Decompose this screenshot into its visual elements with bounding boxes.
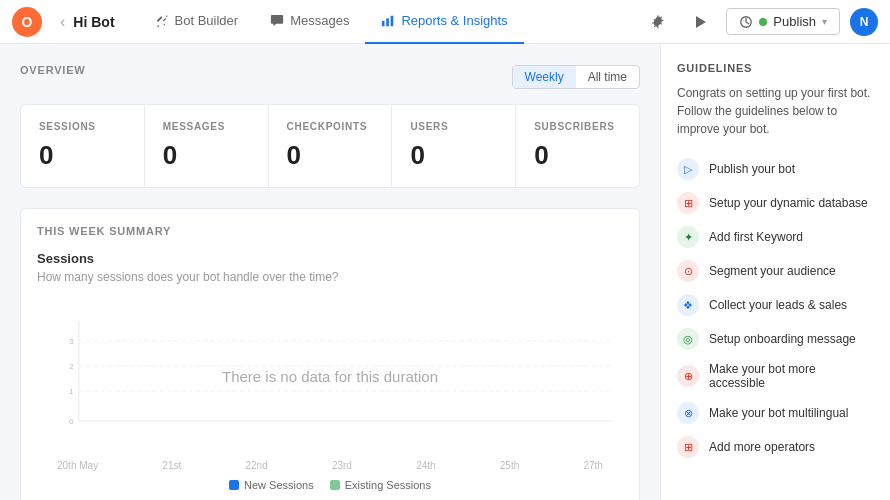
- guideline-icon-4: ❖: [677, 294, 699, 316]
- tab-messages[interactable]: Messages: [254, 0, 365, 44]
- stat-checkpoints-label: CHECKPOINTS: [287, 121, 374, 132]
- publish-status-dot: [759, 18, 767, 26]
- user-avatar[interactable]: N: [850, 8, 878, 36]
- guideline-text-0: Publish your bot: [709, 162, 795, 176]
- play-icon: [692, 14, 708, 30]
- bar-chart-icon: [381, 14, 395, 28]
- guideline-text-3: Segment your audience: [709, 264, 836, 278]
- guideline-item-4[interactable]: ❖ Collect your leads & sales: [677, 288, 874, 322]
- guideline-item-5[interactable]: ◎ Setup onboarding message: [677, 322, 874, 356]
- overview-title: OVERVIEW: [20, 64, 86, 76]
- stat-subscribers-label: SUBSCRIBERS: [534, 121, 621, 132]
- guideline-text-8: Add more operators: [709, 440, 815, 454]
- stat-users-label: USERS: [410, 121, 497, 132]
- left-panel: OVERVIEW Weekly All time SESSIONS 0 MESS…: [0, 44, 660, 500]
- x-label-3: 23rd: [332, 460, 352, 471]
- tool-icon: [155, 14, 169, 28]
- chevron-down-icon: ▾: [822, 16, 827, 27]
- x-label-0: 20th May: [57, 460, 98, 471]
- x-label-5: 25th: [500, 460, 519, 471]
- guideline-item-3[interactable]: ⊙ Segment your audience: [677, 254, 874, 288]
- guideline-item-8[interactable]: ⊞ Add more operators: [677, 430, 874, 464]
- tab-bot-builder[interactable]: Bot Builder: [139, 0, 255, 44]
- chart-legend: New Sessions Existing Sessions: [37, 479, 623, 491]
- stat-sessions-label: SESSIONS: [39, 121, 126, 132]
- svg-text:3: 3: [69, 337, 74, 346]
- x-label-2: 22nd: [245, 460, 267, 471]
- time-btn-weekly[interactable]: Weekly: [513, 66, 576, 88]
- tab-reports[interactable]: Reports & Insights: [365, 0, 523, 44]
- tab-bot-builder-label: Bot Builder: [175, 13, 239, 28]
- main-content: OVERVIEW Weekly All time SESSIONS 0 MESS…: [0, 44, 890, 500]
- x-label-1: 21st: [162, 460, 181, 471]
- top-navigation: O ‹ Hi Bot Bot Builder Messages Reports …: [0, 0, 890, 44]
- guidelines-list: ▷ Publish your bot ⊞ Setup your dynamic …: [677, 152, 874, 464]
- guideline-item-7[interactable]: ⊗ Make your bot multilingual: [677, 396, 874, 430]
- guideline-item-2[interactable]: ✦ Add first Keyword: [677, 220, 874, 254]
- stat-sessions: SESSIONS 0: [21, 105, 145, 187]
- stat-messages-value: 0: [163, 140, 250, 171]
- x-label-4: 24th: [416, 460, 435, 471]
- stat-users: USERS 0: [392, 105, 516, 187]
- guideline-item-1[interactable]: ⊞ Setup your dynamic database: [677, 186, 874, 220]
- time-btn-alltime[interactable]: All time: [576, 66, 639, 88]
- app-logo: O: [12, 7, 42, 37]
- chart-area: 0 1 2 3 There is no data for this durati…: [37, 296, 623, 456]
- guideline-icon-6: ⊕: [677, 365, 699, 387]
- svg-text:2: 2: [69, 362, 74, 371]
- tab-reports-label: Reports & Insights: [401, 13, 507, 28]
- guideline-icon-2: ✦: [677, 226, 699, 248]
- chart-x-labels: 20th May 21st 22nd 23rd 24th 25th 27th: [37, 460, 623, 471]
- legend-existing-sessions-label: Existing Sessions: [345, 479, 431, 491]
- guideline-icon-7: ⊗: [677, 402, 699, 424]
- guideline-item-6[interactable]: ⊕ Make your bot more accessible: [677, 356, 874, 396]
- bot-name: Hi Bot: [73, 14, 114, 30]
- chart-section-label: Sessions: [37, 251, 623, 266]
- svg-text:0: 0: [69, 417, 74, 426]
- guideline-text-7: Make your bot multilingual: [709, 406, 848, 420]
- stat-checkpoints-value: 0: [287, 140, 374, 171]
- stat-subscribers-value: 0: [534, 140, 621, 171]
- stat-checkpoints: CHECKPOINTS 0: [269, 105, 393, 187]
- week-summary-card: THIS WEEK SUMMARY Sessions How many sess…: [20, 208, 640, 500]
- nav-right-actions: Publish ▾ N: [642, 6, 878, 38]
- nav-tabs: Bot Builder Messages Reports & Insights: [139, 0, 643, 44]
- svg-text:1: 1: [69, 387, 74, 396]
- legend-existing-sessions-dot: [330, 480, 340, 490]
- legend-new-sessions-dot: [229, 480, 239, 490]
- guidelines-title: GUIDELINES: [677, 62, 874, 74]
- guideline-text-1: Setup your dynamic database: [709, 196, 868, 210]
- guideline-icon-3: ⊙: [677, 260, 699, 282]
- stat-users-value: 0: [410, 140, 497, 171]
- chat-icon: [270, 14, 284, 28]
- guideline-text-5: Setup onboarding message: [709, 332, 856, 346]
- guideline-icon-0: ▷: [677, 158, 699, 180]
- guideline-icon-5: ◎: [677, 328, 699, 350]
- gear-icon: [650, 14, 666, 30]
- preview-button[interactable]: [684, 6, 716, 38]
- publish-button[interactable]: Publish ▾: [726, 8, 840, 35]
- legend-existing-sessions: Existing Sessions: [330, 479, 431, 491]
- guidelines-intro: Congrats on setting up your first bot. F…: [677, 84, 874, 138]
- week-summary-title: THIS WEEK SUMMARY: [37, 225, 623, 237]
- clock-icon: [739, 15, 753, 29]
- guideline-text-2: Add first Keyword: [709, 230, 803, 244]
- publish-label: Publish: [773, 14, 816, 29]
- stat-messages-label: MESSAGES: [163, 121, 250, 132]
- legend-new-sessions-label: New Sessions: [244, 479, 314, 491]
- no-data-message: There is no data for this duration: [222, 368, 438, 385]
- guideline-icon-1: ⊞: [677, 192, 699, 214]
- back-button[interactable]: ‹: [52, 9, 73, 35]
- guideline-icon-8: ⊞: [677, 436, 699, 458]
- stat-sessions-value: 0: [39, 140, 126, 171]
- guideline-item-0[interactable]: ▷ Publish your bot: [677, 152, 874, 186]
- stat-messages: MESSAGES 0: [145, 105, 269, 187]
- stat-subscribers: SUBSCRIBERS 0: [516, 105, 639, 187]
- guideline-text-6: Make your bot more accessible: [709, 362, 874, 390]
- guideline-text-4: Collect your leads & sales: [709, 298, 847, 312]
- x-label-6: 27th: [583, 460, 602, 471]
- legend-new-sessions: New Sessions: [229, 479, 314, 491]
- settings-button[interactable]: [642, 6, 674, 38]
- time-toggle: Weekly All time: [512, 65, 640, 89]
- guidelines-panel: GUIDELINES Congrats on setting up your f…: [660, 44, 890, 500]
